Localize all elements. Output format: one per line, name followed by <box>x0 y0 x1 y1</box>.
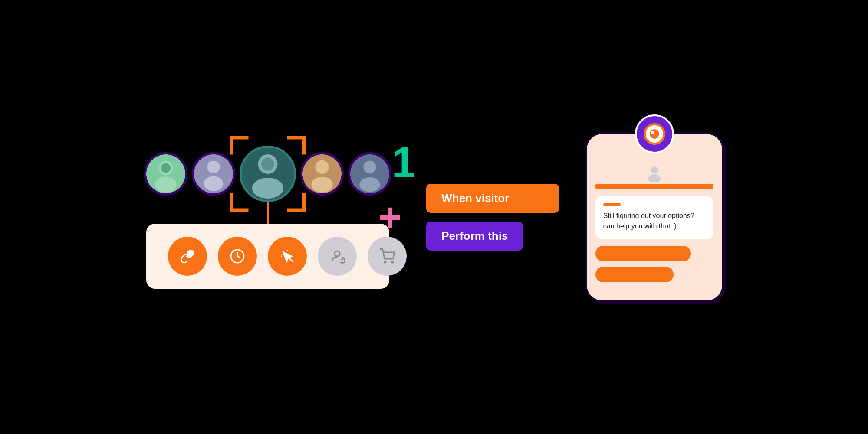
avatar-4 <box>300 152 344 196</box>
when-visitor-tag[interactable]: When visitor _____ <box>426 184 559 213</box>
phone-top-bar <box>595 184 713 189</box>
icons-panel <box>146 224 389 289</box>
avatar-3-active <box>240 146 296 202</box>
svg-point-6 <box>204 176 224 191</box>
content-wrapper: 1 + When visitor _____ Perform this <box>144 132 724 302</box>
svg-point-22 <box>335 251 340 256</box>
chat-bubble-line <box>603 203 621 206</box>
svg-line-18 <box>289 258 293 262</box>
svg-point-13 <box>311 176 333 192</box>
svg-point-12 <box>315 160 329 174</box>
svg-line-21 <box>283 251 284 252</box>
person-icon-area <box>595 164 713 182</box>
bot-eye-inner <box>650 129 659 139</box>
svg-point-16 <box>360 177 380 192</box>
svg-point-24 <box>392 261 393 263</box>
icon-user-refresh[interactable] <box>318 237 357 276</box>
avatar-2 <box>192 152 235 196</box>
avatar-face-3 <box>242 148 294 200</box>
icon-cursor-click[interactable] <box>268 237 307 276</box>
avatar-5 <box>348 152 391 196</box>
avatar-face-2 <box>194 154 233 193</box>
phone-mockup: Still figuring out your options? I can h… <box>585 132 724 302</box>
avatar-1 <box>144 152 187 196</box>
svg-point-2 <box>155 176 177 192</box>
left-panel <box>144 146 391 289</box>
avatars-row <box>144 146 391 202</box>
chat-bubble: Still figuring out your options? I can h… <box>595 196 713 239</box>
bot-eye-outer <box>644 123 665 145</box>
svg-point-23 <box>385 261 386 263</box>
svg-point-15 <box>364 160 376 173</box>
svg-point-5 <box>207 160 220 173</box>
avatar-face-5 <box>350 154 389 193</box>
plus-sign: + <box>378 198 401 237</box>
chat-action-bar-1[interactable] <box>595 246 691 261</box>
perform-this-tag[interactable]: Perform this <box>426 222 523 251</box>
chat-text: Still figuring out your options? I can h… <box>603 211 706 232</box>
svg-point-9 <box>252 178 283 199</box>
svg-point-26 <box>648 174 661 182</box>
connector-line <box>267 202 269 224</box>
person-silhouette-icon <box>646 164 663 182</box>
icon-link[interactable] <box>168 237 207 276</box>
number-badge: 1 <box>391 140 416 184</box>
main-scene: 1 + When visitor _____ Perform this <box>0 0 868 434</box>
icon-cart[interactable] <box>368 237 407 276</box>
svg-point-10 <box>261 157 274 170</box>
avatar-face-1 <box>146 154 185 193</box>
svg-point-3 <box>161 163 171 173</box>
avatar-face-4 <box>302 154 342 193</box>
icon-clock[interactable] <box>218 237 257 276</box>
svg-point-25 <box>651 166 658 173</box>
bot-avatar <box>635 114 674 153</box>
chat-action-bar-2[interactable] <box>595 267 674 282</box>
